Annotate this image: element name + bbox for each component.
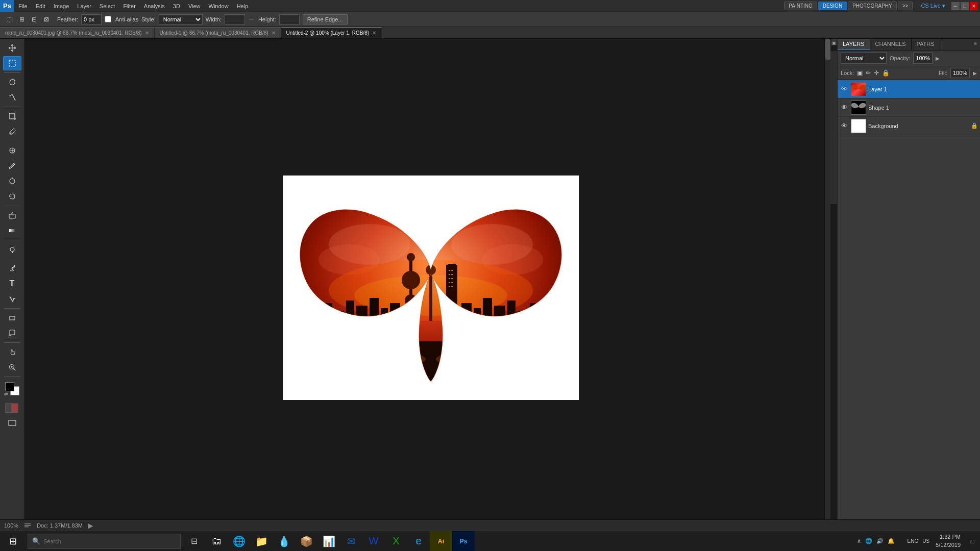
foreground-color-swatch[interactable]	[5, 382, 14, 391]
history-brush-tool[interactable]	[3, 189, 21, 204]
taskbar-app-powerpoint[interactable]: 📊	[317, 531, 340, 552]
layer-visibility-shape1[interactable]: 👁	[840, 103, 849, 112]
taskbar-app-illustrator[interactable]: Ai	[430, 531, 452, 552]
menu-analysis[interactable]: Analysis	[140, 0, 169, 12]
crop-tool[interactable]	[3, 109, 21, 123]
intersect-selection-mode[interactable]: ⊠	[41, 14, 52, 24]
fill-arrow[interactable]: ▶	[973, 70, 977, 76]
lock-transparent-button[interactable]: ▣	[857, 69, 863, 77]
feather-input[interactable]	[81, 14, 102, 24]
panel-options-button[interactable]: ≡	[971, 39, 980, 50]
menu-window[interactable]: Window	[205, 0, 233, 12]
network-icon[interactable]: 🌐	[865, 538, 872, 544]
opacity-input[interactable]	[913, 53, 933, 64]
layer-visibility-background[interactable]: 👁	[840, 121, 849, 131]
time-display[interactable]: 1:32 PM 5/12/2019	[936, 533, 965, 549]
move-tool[interactable]	[3, 41, 21, 55]
workspace-painting[interactable]: PAINTING	[784, 2, 817, 10]
menu-3d[interactable]: 3D	[169, 0, 184, 12]
tab-close-1[interactable]: ✕	[272, 28, 276, 39]
workspace-more[interactable]: >>	[898, 2, 913, 10]
refine-edge-button[interactable]: Refine Edge...	[303, 14, 348, 24]
hand-tool[interactable]	[3, 345, 21, 359]
layer-item-background[interactable]: 👁 Background 🔒	[838, 117, 980, 135]
paths-tab[interactable]: PATHS	[912, 39, 940, 50]
screen-mode-button[interactable]	[3, 416, 21, 430]
layer-item-shape1[interactable]: 👁 Shape 1	[838, 98, 980, 117]
lock-position-button[interactable]: ✛	[874, 69, 879, 77]
height-input[interactable]	[279, 14, 300, 24]
path-selection-tool[interactable]	[3, 292, 21, 306]
taskbar-app-edge[interactable]: e	[407, 531, 430, 552]
workspace-design[interactable]: DESIGN	[818, 2, 847, 10]
taskbar-app-word[interactable]: W	[362, 531, 385, 552]
menu-layer[interactable]: Layer	[73, 0, 95, 12]
clock-area[interactable]: ENG US	[901, 538, 936, 544]
width-input[interactable]	[225, 14, 245, 24]
taskbar-app-photoshop[interactable]: Ps	[452, 531, 475, 552]
minimize-button[interactable]: ─	[951, 2, 960, 10]
fill-input[interactable]	[950, 68, 970, 78]
taskbar-app-excel[interactable]: X	[385, 531, 407, 552]
taskbar-search[interactable]: 🔍	[28, 534, 181, 549]
layers-tab[interactable]: LAYERS	[838, 39, 870, 50]
swap-colors-icon[interactable]: ⇄	[4, 391, 8, 396]
lock-all-button[interactable]: 🔒	[882, 69, 890, 77]
action-center-button[interactable]: □	[965, 531, 980, 552]
tab-close-2[interactable]: ✕	[372, 28, 376, 39]
add-selection-mode[interactable]: ⊞	[16, 14, 28, 24]
brush-tool[interactable]	[3, 159, 21, 173]
vertical-scrollbar[interactable]	[824, 39, 830, 530]
restore-button[interactable]: □	[961, 2, 969, 10]
layer-visibility-layer1[interactable]: 👁	[840, 85, 849, 94]
zoom-tool[interactable]	[3, 360, 21, 374]
cs-live-button[interactable]: CS Live ▾	[917, 3, 949, 9]
shape-tool[interactable]	[3, 311, 21, 325]
workspace-photography[interactable]: PHOTOGRAPHY	[848, 2, 897, 10]
taskbar-app-dropbox[interactable]: 💧	[273, 531, 295, 552]
notes-tool[interactable]	[3, 326, 21, 340]
taskview-button[interactable]: ⊟	[183, 531, 205, 552]
type-tool[interactable]: T	[3, 277, 21, 291]
gradient-tool[interactable]	[3, 223, 21, 238]
menu-filter[interactable]: Filter	[119, 0, 139, 12]
status-expand-button[interactable]: ▶	[88, 521, 93, 530]
taskbar-app-files[interactable]: 📁	[250, 531, 273, 552]
blend-mode-select[interactable]: Normal Dissolve Multiply Screen Overlay	[841, 53, 887, 64]
taskbar-app-chrome[interactable]: 🌐	[228, 531, 250, 552]
new-selection-mode[interactable]: ⬚	[4, 14, 15, 24]
taskbar-app-explorer[interactable]: 🗂	[205, 531, 228, 552]
canvas-area[interactable]: ▣	[24, 39, 837, 537]
up-arrow-icon[interactable]: ∧	[857, 538, 861, 544]
clone-stamp-tool[interactable]	[3, 174, 21, 188]
taskbar-app-amazon[interactable]: 📦	[295, 531, 317, 552]
start-button[interactable]: ⊞	[0, 531, 26, 552]
tab-2[interactable]: Untitled-2 @ 100% (Layer 1, RGB/8) ✕	[281, 27, 382, 38]
menu-image[interactable]: Image	[50, 0, 74, 12]
lock-image-button[interactable]: ✏	[866, 69, 871, 77]
opacity-arrow[interactable]: ▶	[936, 56, 940, 61]
taskbar-app-outlook[interactable]: ✉	[340, 531, 362, 552]
marquee-tool[interactable]	[3, 56, 21, 70]
eyedropper-tool[interactable]	[3, 124, 21, 139]
anti-alias-checkbox[interactable]	[105, 16, 111, 22]
histogram-panel-icon[interactable]: ▣	[832, 41, 837, 45]
menu-edit[interactable]: Edit	[32, 0, 50, 12]
notification-icon[interactable]: 🔔	[888, 538, 895, 544]
pen-tool[interactable]	[3, 261, 21, 276]
zoom-menu-button[interactable]	[23, 521, 32, 530]
menu-file[interactable]: File	[14, 0, 32, 12]
channels-tab[interactable]: CHANNELS	[870, 39, 912, 50]
close-button[interactable]: ✕	[970, 2, 978, 10]
dodge-tool[interactable]	[3, 242, 21, 257]
menu-help[interactable]: Help	[233, 0, 253, 12]
quick-mask-button[interactable]	[5, 403, 20, 415]
layer-item-layer1[interactable]: 👁 Layer 1	[838, 80, 980, 98]
tab-0[interactable]: mota_ru_0030401.jpg @ 66.7% (mota_ru_003…	[0, 27, 155, 38]
magic-wand-tool[interactable]	[3, 90, 21, 105]
lasso-tool[interactable]	[3, 75, 21, 89]
menu-view[interactable]: View	[184, 0, 205, 12]
tab-1[interactable]: Untitled-1 @ 66.7% (mota_ru_0030401, RGB…	[155, 27, 281, 38]
menu-select[interactable]: Select	[95, 0, 119, 12]
tab-close-0[interactable]: ✕	[145, 28, 149, 39]
